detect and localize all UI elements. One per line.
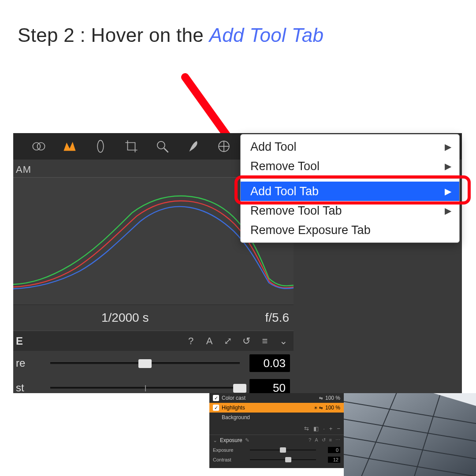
layer-checkbox[interactable]: ✓ (213, 395, 219, 401)
svg-point-12 (97, 140, 104, 152)
chevron-down-icon: ⌄ (213, 437, 217, 443)
slider-thumb[interactable] (233, 384, 246, 393)
metadata-tab-icon[interactable] (216, 138, 232, 154)
slider-track[interactable] (50, 362, 240, 364)
menu-icon[interactable]: ≡ (259, 335, 271, 347)
submenu-arrow-icon: ▶ (445, 141, 451, 152)
mini-slider-label: Exposure (213, 447, 233, 453)
svg-point-10 (33, 143, 40, 150)
layer-checkbox[interactable]: ✓ (213, 405, 219, 411)
submenu-arrow-icon: ▶ (445, 186, 451, 197)
slider-thumb[interactable] (138, 359, 152, 368)
help-icon[interactable]: ? (309, 437, 311, 443)
annotation-step-text: Step 2 : Hover on the (18, 24, 209, 46)
auto-icon[interactable]: A (315, 437, 318, 443)
lens-tab-icon[interactable] (93, 138, 108, 154)
menu-item[interactable]: Remove Tool Tab▶ (241, 201, 459, 220)
exposure-subpanel-header[interactable]: ⌄Exposure✎?A↺≡⋯ (209, 435, 344, 445)
mini-slider-value[interactable]: 12 (328, 457, 340, 463)
reset-icon[interactable]: ↺ (241, 335, 252, 347)
histogram-label: AM (13, 160, 34, 179)
mini-slider-label: Contrast (213, 457, 231, 462)
menu-item-label: Remove Tool Tab (250, 204, 342, 218)
panel-title: E (16, 335, 23, 347)
svg-rect-2 (344, 393, 476, 476)
svg-point-13 (157, 141, 165, 149)
more-icon[interactable]: ⋯ (335, 437, 340, 443)
svg-point-11 (37, 143, 45, 150)
layers-panel-screenshot: ✓Color cast⇆100 %✓Highlights☀ ⇆100 %Back… (209, 393, 344, 468)
adjustments-tab-icon[interactable] (185, 138, 201, 154)
exif-readout: 1/2000 s f/5.6 (13, 307, 294, 328)
menu-item[interactable]: Remove Exposure Tab (241, 220, 459, 240)
mini-slider-thumb[interactable] (280, 447, 286, 453)
slider-label: st (16, 382, 24, 393)
slider-track[interactable] (50, 387, 240, 389)
slider-value[interactable]: 50 (249, 379, 290, 393)
layer-label: Background (222, 414, 250, 420)
layer-opacity: 100 % (325, 395, 340, 401)
layer-mode-icons: ⇆ (319, 396, 323, 401)
layer-opacity: 100 % (325, 405, 340, 411)
menu-item[interactable]: Add Tool Tab▶ (241, 182, 459, 201)
details-tab-icon[interactable] (154, 138, 170, 154)
slider-notch (145, 385, 146, 391)
layer-row[interactable]: Background (209, 413, 344, 422)
menu-item[interactable]: Add Tool▶ (241, 137, 459, 156)
chevron-down-icon[interactable]: ⌄ (278, 335, 289, 347)
layer-label: Highlights (222, 405, 245, 411)
exposure-tab-icon[interactable] (62, 138, 78, 154)
slider-row[interactable]: st50 (13, 376, 294, 393)
mini-slider-row[interactable]: Contrast12 (209, 455, 344, 465)
layer-tool-icon[interactable]: ◧ (313, 425, 319, 432)
annotation-emphasis: Add Tool Tab (209, 24, 324, 46)
mini-slider-track[interactable] (250, 459, 316, 460)
preview-image (344, 393, 476, 476)
slider-row[interactable]: re0.03 (13, 351, 294, 376)
layer-mode-icons: ☀ ⇆ (314, 405, 323, 410)
menu-separator (241, 178, 459, 179)
menu-item-label: Add Tool Tab (250, 185, 319, 198)
menu-icon[interactable]: ≡ (329, 437, 332, 443)
slider-label: re (16, 357, 25, 369)
auto-icon[interactable]: A (204, 335, 215, 347)
layer-row[interactable]: ✓Highlights☀ ⇆100 % (209, 403, 344, 413)
menu-item-label: Remove Exposure Tab (250, 223, 371, 237)
mini-slider-thumb[interactable] (285, 457, 291, 462)
context-menu: Add Tool▶Remove Tool▶Add Tool Tab▶Remove… (240, 134, 460, 243)
submenu-arrow-icon: ▶ (445, 161, 451, 171)
mini-slider-row[interactable]: Exposure0 (209, 445, 344, 455)
layer-tool-icon[interactable]: · (323, 425, 325, 432)
slider-group: re0.03st50ss0 (13, 351, 294, 393)
crop-tab-icon[interactable] (123, 138, 139, 154)
layer-row[interactable]: ✓Color cast⇆100 % (209, 393, 344, 403)
layer-tool-icon[interactable]: − (337, 425, 340, 432)
layer-tool-icon[interactable]: + (329, 425, 333, 432)
menu-item[interactable]: Remove Tool▶ (241, 156, 459, 176)
exposure-panel-header[interactable]: E ? A ⤢ ↺ ≡ ⌄ (13, 331, 294, 351)
mini-slider-track[interactable] (250, 450, 316, 450)
brush-icon: ✎ (245, 437, 249, 443)
menu-item-label: Remove Tool (250, 160, 320, 173)
exposure-subpanel-title: Exposure (220, 437, 242, 443)
annotation-title: Step 2 : Hover on the Add Tool Tab (18, 24, 324, 46)
layer-tool-icon[interactable]: ⇆ (304, 425, 309, 432)
shutter-speed: 1/2000 s (101, 311, 149, 325)
reset-icon[interactable]: ↺ (322, 437, 326, 443)
aperture: f/5.6 (265, 311, 289, 325)
help-icon[interactable]: ? (185, 335, 197, 347)
slider-value[interactable]: 0.03 (249, 354, 290, 372)
submenu-arrow-icon: ▶ (445, 205, 451, 216)
expand-icon[interactable]: ⤢ (222, 335, 234, 347)
menu-item-label: Add Tool (250, 140, 297, 154)
color-tab-icon[interactable] (31, 138, 47, 154)
layer-label: Color cast (222, 395, 245, 401)
mini-slider-value[interactable]: 0 (328, 447, 340, 453)
layer-toolbar: ⇆◧·+− (209, 422, 344, 435)
svg-line-14 (164, 148, 168, 152)
